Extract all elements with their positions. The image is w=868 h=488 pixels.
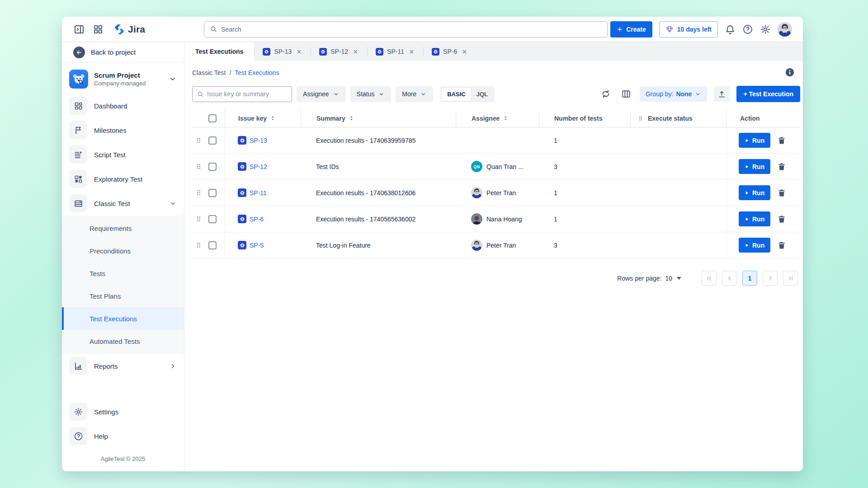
- user-avatar[interactable]: [778, 22, 792, 37]
- delete-icon[interactable]: [777, 162, 786, 171]
- sidebar-subitem-test-executions[interactable]: Test Executions: [62, 307, 184, 330]
- add-test-execution-button[interactable]: + Test Execution: [736, 86, 800, 102]
- back-to-project[interactable]: Back to project: [62, 42, 184, 63]
- info-icon[interactable]: [785, 67, 795, 77]
- run-button[interactable]: Run: [739, 211, 770, 226]
- sidebar-toggle-icon[interactable]: [74, 24, 85, 35]
- sidebar-item-exploratory-test[interactable]: Exploratory Test: [62, 167, 184, 191]
- tab-issue[interactable]: SP-13: [254, 42, 311, 61]
- import-upload-icon[interactable]: [714, 86, 730, 102]
- status-filter-dropdown[interactable]: Status: [350, 86, 392, 102]
- run-button[interactable]: Run: [739, 185, 770, 200]
- breadcrumb-parent[interactable]: Classic Test: [192, 69, 226, 76]
- sidebar-item-help[interactable]: Help: [62, 424, 184, 448]
- sidebar-item-script-test[interactable]: Script Test: [62, 142, 184, 167]
- table-row[interactable]: SP-5 Test Log-in Feature Peter Tran 3 Ru…: [192, 232, 800, 258]
- columns-config-icon[interactable]: [619, 87, 633, 101]
- main-content: Classic Test / Test Executions Assignee: [184, 61, 803, 471]
- select-all-checkbox[interactable]: [208, 114, 217, 122]
- drag-handle[interactable]: [192, 180, 205, 206]
- close-icon[interactable]: [353, 49, 359, 55]
- browser-app-window: Jira Create 10 days left: [62, 17, 803, 471]
- table-row[interactable]: SP-6 Execution results - 1740565636002 N…: [192, 206, 800, 232]
- more-filters-dropdown[interactable]: More: [396, 86, 433, 102]
- tab-test-executions[interactable]: Test Executions: [184, 42, 254, 61]
- header-execute-status[interactable]: Execute status: [630, 109, 726, 127]
- table-row[interactable]: SP-11 Execution results - 1740638012606 …: [192, 180, 800, 206]
- header-summary[interactable]: Summary: [301, 109, 456, 127]
- run-button[interactable]: Run: [739, 238, 770, 253]
- delete-icon[interactable]: [777, 188, 786, 197]
- sidebar-item-reports[interactable]: Reports: [62, 354, 184, 378]
- drag-handle[interactable]: [192, 206, 205, 232]
- first-page-button[interactable]: [702, 271, 717, 286]
- sidebar-subitem-test-plans[interactable]: Test Plans: [62, 285, 184, 307]
- test-execution-icon: [263, 48, 270, 56]
- chevron-down-icon: [420, 91, 427, 98]
- issue-key-link[interactable]: SP-6: [250, 216, 264, 223]
- tab-issue[interactable]: SP-6: [423, 42, 476, 61]
- issue-key-link[interactable]: SP-11: [250, 189, 267, 197]
- previous-page-button[interactable]: [722, 271, 737, 286]
- assignee-filter-dropdown[interactable]: Assignee: [297, 86, 346, 102]
- run-button[interactable]: Run: [739, 159, 770, 174]
- close-icon[interactable]: [296, 49, 302, 55]
- global-search[interactable]: [204, 21, 608, 38]
- project-selector[interactable]: Scrum Project Company-managed: [62, 63, 184, 94]
- row-checkbox[interactable]: [208, 136, 217, 145]
- sidebar-subitem-requirements[interactable]: Requirements: [62, 217, 184, 239]
- app-switcher-icon[interactable]: [93, 24, 104, 35]
- drag-handle[interactable]: [192, 232, 205, 258]
- global-search-input[interactable]: [221, 26, 602, 33]
- drag-handle[interactable]: [192, 154, 205, 179]
- delete-icon[interactable]: [777, 136, 786, 145]
- delete-icon[interactable]: [777, 215, 786, 224]
- row-checkbox[interactable]: [208, 241, 217, 249]
- sidebar-subitem-preconditions[interactable]: Preconditions: [62, 239, 184, 262]
- row-checkbox[interactable]: [208, 215, 217, 223]
- assignee-avatar-photo: [471, 187, 482, 198]
- sidebar-item-milestones[interactable]: Milestones: [62, 118, 184, 142]
- issue-filter-search[interactable]: [192, 86, 292, 102]
- sidebar-subitem-tests[interactable]: Tests: [62, 262, 184, 285]
- close-icon[interactable]: [409, 49, 415, 55]
- sidebar-item-dashboard[interactable]: Dashboard: [62, 94, 184, 118]
- help-icon[interactable]: [742, 24, 753, 35]
- row-checkbox[interactable]: [208, 163, 217, 171]
- issue-filter-input[interactable]: [207, 90, 287, 98]
- issue-key-link[interactable]: SP-12: [250, 163, 267, 170]
- chevron-down-icon[interactable]: [169, 75, 177, 83]
- issue-key-link[interactable]: SP-5: [250, 242, 264, 249]
- group-by-dropdown[interactable]: Group by: None: [640, 86, 707, 102]
- sidebar-item-settings[interactable]: Settings: [62, 399, 184, 424]
- header-issue-key[interactable]: Issue key: [225, 109, 301, 127]
- header-assignee[interactable]: Assignee: [456, 109, 539, 127]
- mode-basic[interactable]: BASIC: [442, 88, 471, 101]
- breadcrumb: Classic Test / Test Executions: [192, 67, 800, 78]
- mode-jql[interactable]: JQL: [471, 88, 493, 101]
- tab-issue[interactable]: SP-12: [311, 42, 367, 61]
- current-page-button[interactable]: 1: [742, 271, 757, 286]
- tab-issue[interactable]: SP-11: [367, 42, 423, 61]
- next-page-button[interactable]: [763, 271, 778, 286]
- last-page-button[interactable]: [783, 271, 798, 286]
- settings-gear-icon[interactable]: [760, 24, 771, 35]
- drag-handle[interactable]: [192, 127, 205, 153]
- create-button[interactable]: Create: [610, 21, 652, 38]
- table-row[interactable]: SP-13 Execution results - 1740639959785 …: [192, 127, 800, 154]
- trial-days-left-button[interactable]: 10 days left: [659, 21, 718, 38]
- rows-per-page-select[interactable]: Rows per page: 10: [617, 275, 681, 282]
- row-checkbox[interactable]: [208, 189, 217, 197]
- tab-label: SP-6: [443, 48, 457, 55]
- jira-logo[interactable]: Jira: [113, 23, 145, 35]
- desktop-background: Jira Create 10 days left: [0, 0, 868, 488]
- run-button[interactable]: Run: [739, 133, 770, 148]
- sidebar-item-classic-test[interactable]: Classic Test: [62, 191, 184, 216]
- table-row[interactable]: SP-12 Test IDs QN Quan Tran ... 3 Run: [192, 154, 800, 180]
- sidebar-subitem-automated-tests[interactable]: Automated Tests: [62, 330, 184, 352]
- close-icon[interactable]: [462, 49, 467, 55]
- notifications-bell-icon[interactable]: [725, 24, 736, 35]
- delete-icon[interactable]: [777, 241, 786, 250]
- issue-key-link[interactable]: SP-13: [250, 137, 267, 144]
- refresh-icon[interactable]: [599, 87, 613, 101]
